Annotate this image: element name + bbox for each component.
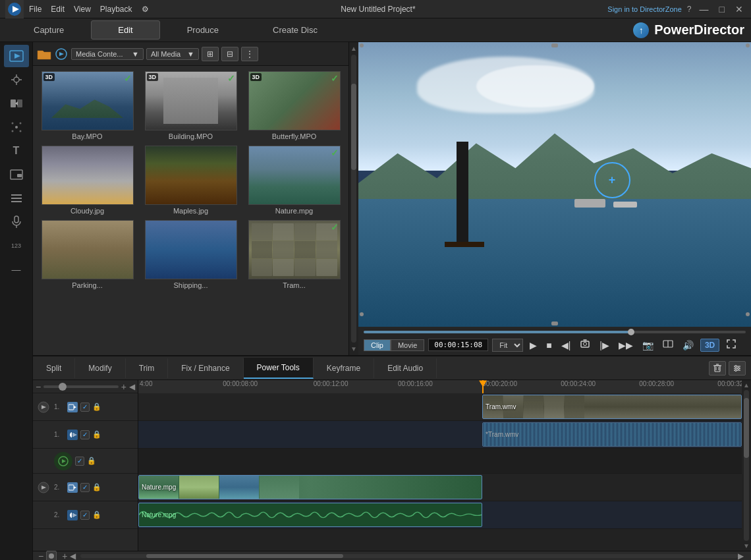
media-content-dropdown[interactable]: Media Conte... ▼ xyxy=(71,48,144,60)
scroll-left-btn[interactable]: ◀ xyxy=(70,553,80,559)
preview-scrubber[interactable] xyxy=(364,331,746,333)
media-item[interactable]: Maples.jpg xyxy=(142,146,240,215)
track-visibility-2a[interactable]: ✓ xyxy=(80,511,90,520)
track-visibility-1a[interactable]: ✓ xyxy=(80,430,90,439)
menu-view[interactable]: View xyxy=(74,5,91,14)
delete-clip-btn[interactable] xyxy=(709,361,726,376)
clip-nature-audio[interactable]: Nature.mpg xyxy=(138,503,482,527)
tab-create-disc[interactable]: Create Disc xyxy=(246,20,345,40)
vscroll-down[interactable]: ▼ xyxy=(743,542,750,549)
maximize-btn[interactable]: □ xyxy=(717,4,727,14)
preview-handle-bottom[interactable] xyxy=(551,322,558,325)
track-lock-fx[interactable]: 🔒 xyxy=(87,457,96,466)
all-media-dropdown[interactable]: All Media ▼ xyxy=(146,48,199,60)
sidebar-item-titles[interactable]: T xyxy=(4,140,29,162)
scroll-up-btn[interactable]: ▲ xyxy=(349,43,358,53)
media-item[interactable]: 3D ✓ Building.MPO xyxy=(142,71,240,140)
zoom-out-btn[interactable]: − xyxy=(36,551,46,561)
minimize-btn[interactable]: — xyxy=(697,4,711,14)
import-btn[interactable] xyxy=(54,48,69,60)
media-item[interactable]: Shipping... xyxy=(142,220,240,289)
tab-capture[interactable]: Capture xyxy=(7,20,91,40)
preview-handle-top[interactable] xyxy=(551,43,558,47)
zoom-in-btn[interactable]: + xyxy=(59,551,70,561)
prev-frame-btn[interactable]: ◀| xyxy=(559,339,574,352)
vscroll-up[interactable]: ▲ xyxy=(743,381,750,389)
zoom-dropdown[interactable]: Fit xyxy=(492,339,523,352)
more-btn[interactable]: ⋮ xyxy=(241,47,258,61)
zoom-slider[interactable] xyxy=(43,385,119,388)
media-item[interactable]: ✓ Tram... xyxy=(245,220,343,289)
zoom-marker-btn[interactable] xyxy=(46,551,57,561)
stop-btn[interactable]: ■ xyxy=(543,339,554,352)
clip-btn[interactable]: Clip xyxy=(364,339,391,351)
sidebar-item-subtitles[interactable]: — xyxy=(4,258,29,281)
movie-btn[interactable]: Movie xyxy=(391,339,424,351)
media-item[interactable]: ✓ Nature.mpg xyxy=(245,146,343,215)
close-btn[interactable]: ✕ xyxy=(733,4,746,14)
tab-split[interactable]: Split xyxy=(33,358,75,378)
timeline-nav-left[interactable]: ◀ xyxy=(129,382,135,391)
tab-keyframe[interactable]: Keyframe xyxy=(314,358,374,378)
vscroll-track[interactable] xyxy=(744,390,749,541)
view-grid-btn[interactable]: ⊞ xyxy=(202,47,219,61)
snapshot-btn[interactable]: 📷 xyxy=(640,339,656,352)
hscroll-track[interactable] xyxy=(80,554,738,558)
menu-playback[interactable]: Playback xyxy=(100,5,132,14)
sign-in-link[interactable]: Sign in to DirectorZone xyxy=(607,5,682,13)
zoom-handle[interactable] xyxy=(59,383,67,391)
sidebar-item-voiceover[interactable] xyxy=(4,211,29,233)
clip-nature-video[interactable]: Nature.mpg xyxy=(138,475,482,499)
sidebar-item-media[interactable] xyxy=(4,45,29,67)
clip-tram-video[interactable]: Tram.wmv xyxy=(482,395,742,419)
help-btn[interactable]: ? xyxy=(687,5,692,14)
tab-modify[interactable]: Modify xyxy=(75,358,125,378)
sidebar-item-chapters[interactable]: 123 xyxy=(4,235,29,257)
timeline-settings-btn[interactable] xyxy=(729,361,746,376)
media-item[interactable]: 3D ✓ Butterfly.MPO xyxy=(245,71,343,140)
sidebar-item-menu[interactable] xyxy=(4,187,29,210)
track-lock-2v[interactable]: 🔒 xyxy=(92,483,101,492)
track-lock-2a[interactable]: 🔒 xyxy=(92,511,101,520)
track-handle[interactable] xyxy=(36,401,51,414)
track-lock-1a[interactable]: 🔒 xyxy=(92,430,101,439)
tab-edit[interactable]: Edit xyxy=(91,20,159,40)
fast-fwd-btn[interactable]: ▶▶ xyxy=(616,339,636,352)
view-list-btn[interactable]: ⊟ xyxy=(221,47,238,61)
track-lock-1v[interactable]: 🔒 xyxy=(92,403,101,412)
scroll-track[interactable] xyxy=(351,55,356,343)
track-visibility-2v[interactable]: ✓ xyxy=(80,483,90,492)
tab-produce[interactable]: Produce xyxy=(160,20,246,40)
tab-power-tools[interactable]: Power Tools xyxy=(244,358,314,379)
menu-file[interactable]: File xyxy=(29,5,42,14)
media-item[interactable]: Parking... xyxy=(38,220,136,289)
next-frame-btn[interactable]: |▶ xyxy=(597,339,612,352)
track-zoom-out[interactable]: − xyxy=(36,381,41,392)
media-item[interactable]: 3D ✓ Bay.MPO xyxy=(38,71,136,140)
volume-btn[interactable]: 🔊 xyxy=(680,339,696,352)
scroll-down-btn[interactable]: ▼ xyxy=(349,344,358,354)
sidebar-item-pip[interactable] xyxy=(4,163,29,186)
track-handle-2v[interactable] xyxy=(36,481,51,494)
scroll-right-btn[interactable]: ▶ xyxy=(738,553,748,559)
track-zoom-in[interactable]: + xyxy=(121,381,126,392)
split-btn[interactable] xyxy=(660,337,676,352)
fullscreen-btn[interactable] xyxy=(723,337,739,352)
track-visibility-fx[interactable]: ✓ xyxy=(75,457,84,466)
3d-btn[interactable]: 3D xyxy=(700,339,719,352)
tab-edit-audio[interactable]: Edit Audio xyxy=(374,358,437,378)
menu-settings[interactable]: ⚙ xyxy=(142,5,149,14)
snap-btn[interactable] xyxy=(577,337,593,352)
tab-fix-enhance[interactable]: Fix / Enhance xyxy=(168,358,243,378)
media-item[interactable]: Cloudy.jpg xyxy=(38,146,136,215)
sidebar-item-transitions[interactable] xyxy=(4,92,29,115)
scrubber-handle[interactable] xyxy=(628,329,634,335)
sidebar-item-particles[interactable] xyxy=(4,116,29,138)
sidebar-item-effects[interactable] xyxy=(4,69,29,91)
folder-btn[interactable] xyxy=(37,48,51,60)
play-btn[interactable]: ▶ xyxy=(527,339,540,352)
track-visibility-1v[interactable]: ✓ xyxy=(80,403,90,412)
clip-tram-audio[interactable]: *Tram.wmv xyxy=(482,422,742,447)
menu-edit[interactable]: Edit xyxy=(51,5,65,14)
tab-trim[interactable]: Trim xyxy=(126,358,169,378)
